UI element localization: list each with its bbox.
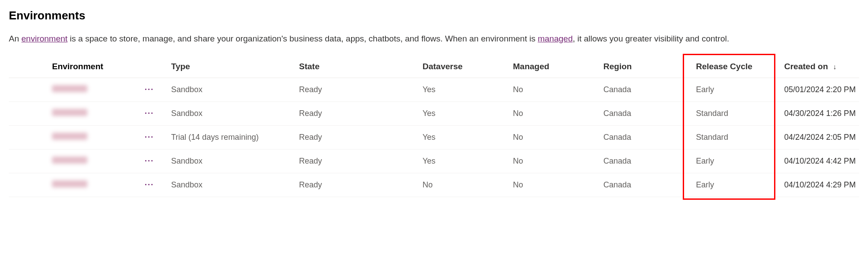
col-header-created-on[interactable]: Created on ↓ <box>784 62 868 71</box>
cell-type: Sandbox <box>171 85 299 94</box>
row-actions-menu[interactable]: ··· <box>145 157 171 166</box>
cell-managed: No <box>513 109 603 118</box>
col-header-environment[interactable]: Environment <box>17 62 145 71</box>
cell-type: Sandbox <box>171 157 299 166</box>
page-title: Environments <box>9 9 859 22</box>
cell-state: Ready <box>299 180 423 190</box>
cell-release-cycle: Early <box>696 180 784 190</box>
cell-state: Ready <box>299 109 423 118</box>
row-actions-menu[interactable]: ··· <box>145 109 171 118</box>
redacted-env-name <box>52 85 87 92</box>
desc-mid: is a space to store, manage, and share y… <box>67 34 538 43</box>
cell-created-on: 04/10/2024 4:29 PM <box>784 180 868 190</box>
cell-release-cycle: Standard <box>696 109 784 118</box>
cell-state: Ready <box>299 157 423 166</box>
cell-managed: No <box>513 157 603 166</box>
row-actions-menu[interactable]: ··· <box>145 133 171 142</box>
cell-region: Canada <box>603 133 696 142</box>
table-row[interactable]: ··· Sandbox Ready Yes No Canada Early 05… <box>9 78 859 102</box>
env-name-cell[interactable] <box>17 133 145 142</box>
cell-dataverse: Yes <box>423 133 513 142</box>
sort-descending-icon: ↓ <box>833 63 837 71</box>
cell-release-cycle: Early <box>696 85 784 94</box>
cell-type: Trial (14 days remaining) <box>171 133 299 142</box>
environments-table: Environment Type State Dataverse Managed… <box>9 56 859 197</box>
cell-type: Sandbox <box>171 109 299 118</box>
cell-dataverse: Yes <box>423 109 513 118</box>
redacted-env-name <box>52 157 87 164</box>
environment-link[interactable]: environment <box>22 34 68 43</box>
table-row[interactable]: ··· Sandbox Ready No No Canada Early 04/… <box>9 173 859 197</box>
table-header-row: Environment Type State Dataverse Managed… <box>9 56 859 78</box>
cell-created-on: 05/01/2024 2:20 PM <box>784 85 868 94</box>
col-header-type[interactable]: Type <box>171 62 299 71</box>
col-header-region[interactable]: Region <box>603 62 696 71</box>
cell-region: Canada <box>603 109 696 118</box>
cell-release-cycle: Standard <box>696 133 784 142</box>
cell-region: Canada <box>603 157 696 166</box>
cell-managed: No <box>513 180 603 190</box>
cell-release-cycle: Early <box>696 157 784 166</box>
col-header-state[interactable]: State <box>299 62 423 71</box>
cell-dataverse: No <box>423 180 513 190</box>
col-header-dataverse[interactable]: Dataverse <box>423 62 513 71</box>
redacted-env-name <box>52 133 87 140</box>
cell-created-on: 04/10/2024 4:42 PM <box>784 157 868 166</box>
cell-region: Canada <box>603 180 696 190</box>
cell-created-on: 04/30/2024 1:26 PM <box>784 109 868 118</box>
created-on-label: Created on <box>784 62 828 71</box>
env-name-cell[interactable] <box>17 180 145 190</box>
env-name-cell[interactable] <box>17 85 145 94</box>
env-name-cell[interactable] <box>17 157 145 166</box>
row-actions-menu[interactable]: ··· <box>145 180 171 190</box>
env-name-cell[interactable] <box>17 109 145 118</box>
col-header-managed[interactable]: Managed <box>513 62 603 71</box>
table-row[interactable]: ··· Sandbox Ready Yes No Canada Standard… <box>9 102 859 126</box>
cell-region: Canada <box>603 85 696 94</box>
cell-managed: No <box>513 133 603 142</box>
managed-link[interactable]: managed <box>538 34 572 43</box>
cell-dataverse: Yes <box>423 157 513 166</box>
desc-suffix: , it allows you greater visibility and c… <box>572 34 729 43</box>
row-actions-menu[interactable]: ··· <box>145 85 171 94</box>
cell-state: Ready <box>299 85 423 94</box>
page-description: An environment is a space to store, mana… <box>9 33 859 45</box>
cell-type: Sandbox <box>171 180 299 190</box>
cell-managed: No <box>513 85 603 94</box>
table-row[interactable]: ··· Sandbox Ready Yes No Canada Early 04… <box>9 149 859 173</box>
cell-created-on: 04/24/2024 2:05 PM <box>784 133 868 142</box>
desc-prefix: An <box>9 34 22 43</box>
redacted-env-name <box>52 109 87 116</box>
redacted-env-name <box>52 180 87 187</box>
cell-dataverse: Yes <box>423 85 513 94</box>
cell-state: Ready <box>299 133 423 142</box>
table-row[interactable]: ··· Trial (14 days remaining) Ready Yes … <box>9 126 859 149</box>
col-header-release-cycle[interactable]: Release Cycle <box>696 62 784 71</box>
